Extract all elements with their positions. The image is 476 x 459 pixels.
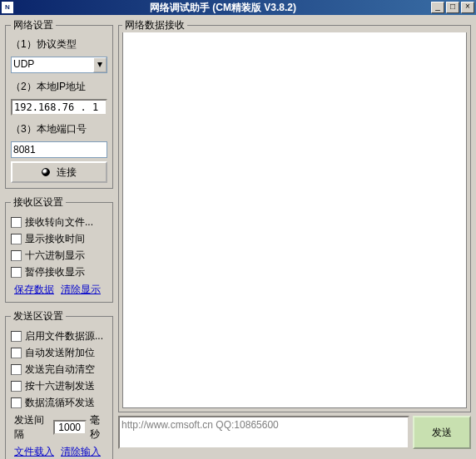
protocol-label: （1）协议类型 <box>11 37 107 52</box>
status-dot-icon <box>42 168 50 176</box>
local-port-label: （3）本地端口号 <box>11 122 107 136</box>
link-clear-input[interactable]: 清除输入 <box>61 445 101 459</box>
send-settings-group: 发送区设置 启用文件数据源... 自动发送附加位 发送完自动清空 按十六进制发送… <box>5 309 113 459</box>
close-button[interactable]: × <box>461 2 474 13</box>
send-settings-title: 发送区设置 <box>11 309 66 323</box>
protocol-select[interactable]: UDP ▾ <box>11 57 107 73</box>
chk-recv-tofile[interactable]: 接收转向文件... <box>11 215 107 230</box>
net-recv-title: 网络数据接收 <box>122 18 187 32</box>
chk-recv-time[interactable]: 显示接收时间 <box>11 232 107 246</box>
interval-input[interactable] <box>53 420 87 435</box>
recv-textarea[interactable] <box>122 32 467 408</box>
app-icon: N <box>2 2 13 13</box>
local-ip-input[interactable] <box>11 99 107 116</box>
chk-send-hex[interactable]: 按十六进制发送 <box>11 379 107 393</box>
chk-send-file[interactable]: 启用文件数据源... <box>11 329 107 343</box>
minimize-button[interactable]: _ <box>431 2 444 13</box>
chk-send-loop[interactable]: 数据流循环发送 <box>11 396 107 410</box>
recv-settings-group: 接收区设置 接收转向文件... 显示接收时间 十六进制显示 暂停接收显示 保存数… <box>5 195 113 303</box>
network-settings-title: 网络设置 <box>11 18 56 32</box>
link-file-load[interactable]: 文件载入 <box>14 445 54 459</box>
connect-button[interactable]: 连接 <box>11 161 107 183</box>
chk-send-clear[interactable]: 发送完自动清空 <box>11 363 107 377</box>
window-title: 网络调试助手 (CM精装版 V3.8.2) <box>17 0 429 15</box>
maximize-button[interactable]: □ <box>446 2 459 13</box>
chk-send-extra[interactable]: 自动发送附加位 <box>11 346 107 360</box>
chevron-down-icon[interactable]: ▾ <box>93 57 107 72</box>
interval-label: 发送间隔 <box>14 413 50 442</box>
link-clear-display[interactable]: 清除显示 <box>61 283 101 297</box>
local-port-input[interactable] <box>11 141 107 158</box>
chk-recv-pause[interactable]: 暂停接收显示 <box>11 265 107 279</box>
net-recv-group: 网络数据接收 <box>118 18 471 412</box>
title-bar: N 网络调试助手 (CM精装版 V3.8.2) _ □ × <box>0 0 476 15</box>
local-ip-label: （2）本地IP地址 <box>11 80 107 94</box>
send-textarea[interactable]: http://www.cmsoft.cn QQ:10865600 <box>118 416 409 449</box>
interval-unit: 毫秒 <box>90 413 107 442</box>
send-button[interactable]: 发送 <box>413 416 471 449</box>
network-settings-group: 网络设置 （1）协议类型 UDP ▾ （2）本地IP地址 （3）本地端口号 连接 <box>5 18 113 189</box>
recv-settings-title: 接收区设置 <box>11 195 66 210</box>
chk-recv-hex[interactable]: 十六进制显示 <box>11 249 107 263</box>
link-save-data[interactable]: 保存数据 <box>14 283 54 297</box>
